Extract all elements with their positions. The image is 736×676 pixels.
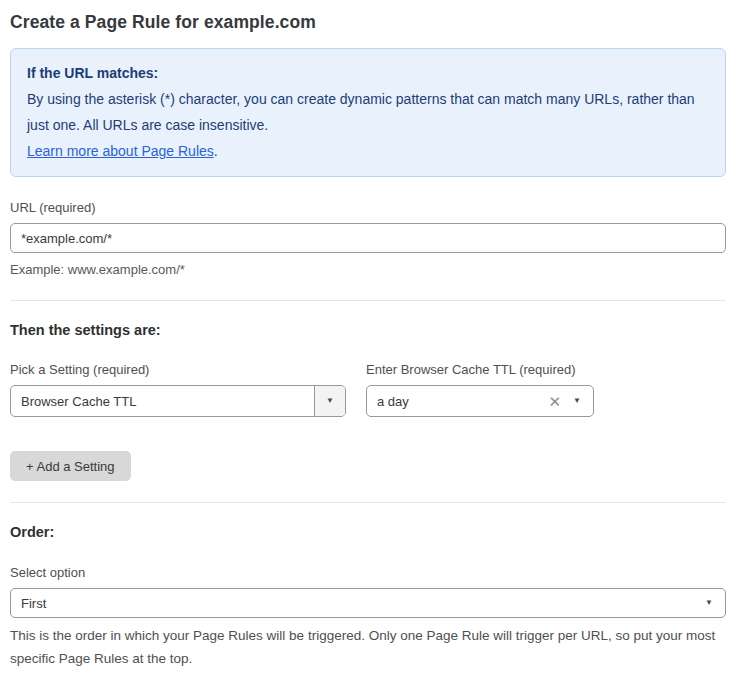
page-title: Create a Page Rule for example.com [10,12,726,33]
chevron-down-icon: ▼ [705,599,725,607]
ttl-label: Enter Browser Cache TTL (required) [366,362,594,377]
chevron-down-icon[interactable]: ▼ [573,397,581,405]
learn-more-link[interactable]: Learn more about Page Rules [27,143,214,159]
add-setting-button[interactable]: + Add a Setting [10,451,131,481]
ttl-value: a day [367,394,549,409]
chevron-down-icon: ▼ [326,397,334,405]
order-helper-text: This is the order in which your Page Rul… [10,624,726,670]
clear-icon[interactable]: ✕ [549,394,562,409]
info-box-heading: If the URL matches: [27,60,709,86]
link-period: . [214,143,218,159]
url-input[interactable] [10,223,726,253]
order-section-heading: Order: [10,524,726,540]
settings-section-heading: Then the settings are: [10,322,726,338]
info-box-body-text: By using the asterisk (*) character, you… [27,91,695,133]
url-field-label: URL (required) [10,200,726,215]
order-select-value: First [11,596,705,611]
url-match-info-box: If the URL matches: By using the asteris… [10,48,726,177]
order-select[interactable]: First ▼ [10,588,726,618]
ttl-combobox[interactable]: a day ✕ ▼ [366,385,594,417]
pick-setting-label: Pick a Setting (required) [10,362,346,377]
order-select-label: Select option [10,565,726,580]
divider [10,502,726,503]
info-box-body: By using the asterisk (*) character, you… [27,86,709,164]
pick-setting-value: Browser Cache TTL [11,394,314,409]
url-example-helper: Example: www.example.com/* [10,260,726,279]
pick-setting-arrow-cell[interactable]: ▼ [314,386,345,416]
divider [10,300,726,301]
pick-setting-select[interactable]: Browser Cache TTL ▼ [10,385,346,417]
